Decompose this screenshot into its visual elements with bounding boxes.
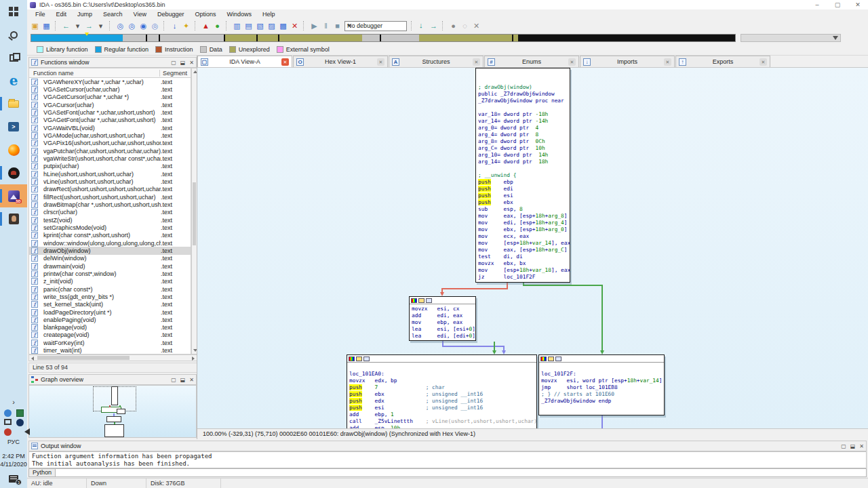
panel-dock-button[interactable]: ⬓ (850, 443, 856, 449)
function-row[interactable]: fwaitForKey(int).text (29, 339, 191, 346)
menu-file[interactable]: File (30, 9, 51, 19)
panel-close-button[interactable]: ✕ (189, 377, 194, 383)
panel-dock-button[interactable]: ⬓ (180, 377, 186, 383)
close-button[interactable]: ✕ (848, 0, 868, 9)
column-function-name[interactable]: Function name (29, 70, 159, 77)
breakpoint-list-button[interactable]: ● (448, 20, 459, 32)
menu-view[interactable]: View (128, 9, 152, 19)
language-indicator[interactable]: РУС (0, 439, 27, 445)
tab-imports[interactable]: ↓Imports✕ (580, 56, 675, 67)
jump-problem-button[interactable]: ◎ (149, 20, 161, 32)
python-prompt-button[interactable]: Python (28, 468, 56, 477)
tab-hex-view-1[interactable]: OHex View-1✕ (293, 56, 388, 67)
function-row[interactable]: fprintw(char const*,window).text (29, 270, 191, 277)
functions-horizontal-scrollbar[interactable] (28, 354, 197, 361)
function-row[interactable]: fVGAMode(uchar,ushort,ushort,uchar).text (29, 131, 191, 139)
restore-button[interactable]: ▢ (827, 0, 848, 9)
graph-view-canvas[interactable]: ; drawObj(window)public _Z7drawObj6windo… (197, 68, 868, 428)
breakpoint-add-button[interactable]: ◌ (459, 20, 471, 32)
function-row[interactable]: fVGASetCursor(uchar,uchar).text (29, 85, 191, 93)
breakpoint-del-button[interactable]: ✕ (471, 20, 482, 32)
block-color-icon[interactable] (540, 357, 547, 361)
run-analysis-button[interactable]: ● (212, 20, 223, 32)
function-row[interactable]: fclrscr(uchar).text (29, 209, 191, 216)
menu-jump[interactable]: Jump (72, 9, 98, 19)
function-row[interactable]: fdelWin(window).text (29, 255, 191, 262)
minimize-button[interactable]: – (807, 0, 827, 9)
tray-app-icon[interactable] (4, 428, 12, 436)
jump-name-button[interactable]: ◎ (115, 20, 126, 32)
menu-help[interactable]: Help (257, 9, 281, 19)
chart-xrefs-from-button[interactable]: ▨ (266, 20, 277, 32)
save-button[interactable]: ▦ (41, 20, 52, 32)
tray-app-icon[interactable] (4, 409, 12, 417)
cancel-button[interactable]: ✕ (289, 20, 300, 32)
menu-windows[interactable]: Windows (222, 9, 258, 19)
debug-pause-button[interactable]: ‖ (320, 20, 332, 32)
function-row[interactable]: fVGAWaitVBL(void).text (29, 124, 191, 131)
function-row[interactable]: fVGAWhereXY(uchar *,uchar *,uchar).text (29, 78, 191, 85)
action-center-icon[interactable]: 3 (9, 475, 18, 483)
explorer-icon[interactable] (0, 92, 27, 115)
jump-down-button[interactable]: ↓ (169, 20, 180, 32)
jump-segment-button[interactable]: ◎ (126, 20, 138, 32)
function-row[interactable]: fwrite_tss(gdt_entry_bits *).text (29, 293, 191, 300)
function-row[interactable]: fkprint(char const*,ushort,ushort).text (29, 232, 191, 239)
basic-block[interactable]: movzx esi, cxadd edi, eaxmov ebp, eaxlea… (409, 296, 476, 341)
chart-calls-button[interactable]: ▤ (243, 20, 254, 32)
debugger-select[interactable]: No debugger (344, 21, 407, 31)
tray-app-icon[interactable] (16, 409, 24, 417)
function-row[interactable]: fwindow::window(ulong,ulong,ulong,ulong,… (29, 239, 191, 247)
block-color-icon[interactable] (349, 357, 355, 361)
function-row[interactable]: fcreatepage(void).text (29, 331, 191, 339)
function-row[interactable]: fdrawBitmap(char *,ushort,ushort,ushort,… (29, 201, 191, 208)
ida-icon[interactable]: SD (0, 184, 27, 207)
tab-close-button[interactable]: ✕ (473, 58, 480, 66)
function-row[interactable]: ffillRect(ushort,ushort,ushort,ushort,uc… (29, 193, 191, 201)
debug-start-button[interactable]: ▶ (309, 20, 320, 32)
tray-display-icon[interactable] (4, 419, 12, 425)
tray-volume-icon[interactable] (24, 428, 30, 435)
function-row[interactable]: fsetGraphicsMode(void).text (29, 224, 191, 231)
chart-flow-button[interactable]: ▥ (231, 20, 243, 32)
basic-block-loc-101F2F[interactable]: loc_101F2F:movzx esi, word ptr [esp+18h+… (538, 354, 665, 415)
function-row[interactable]: fVGACursor(uchar).text (29, 101, 191, 108)
panel-close-button[interactable]: ✕ (189, 60, 194, 66)
output-log[interactable]: Function argument information has been p… (28, 451, 867, 468)
tray-app-icon[interactable] (16, 419, 24, 426)
function-row[interactable]: fVGAGetFont(uchar *,uchar,ushort,ushort)… (29, 117, 191, 124)
tray-expand-chevron[interactable]: › (0, 398, 27, 407)
clock-time[interactable]: 2:42 PM (0, 452, 27, 460)
basic-block-entry[interactable]: ; drawObj(window)public _Z7drawObj6windo… (475, 68, 570, 283)
forward-button[interactable]: → (83, 20, 95, 32)
back-button[interactable]: ← (60, 20, 72, 32)
tab-close-button[interactable]: ✕ (760, 58, 767, 66)
function-row[interactable]: fVGASetFont(uchar *,uchar,ushort,ushort)… (29, 108, 191, 116)
step-over-button[interactable]: → (428, 20, 439, 32)
menu-options[interactable]: Options (189, 9, 221, 19)
function-row[interactable]: fhLine(ushort,ushort,ushort,uchar).text (29, 170, 191, 178)
open-file-button[interactable]: ▣ (29, 20, 41, 32)
tab-enums[interactable]: #Enums✕ (484, 56, 579, 67)
menu-search[interactable]: Search (98, 9, 128, 19)
menu-debugger[interactable]: Debugger (152, 9, 190, 19)
tab-close-button[interactable]: ✕ (281, 58, 289, 66)
step-into-button[interactable]: → (416, 20, 428, 32)
tab-close-button[interactable]: ✕ (664, 58, 671, 66)
function-row[interactable]: fVGAPix16(ushort,ushort,uchar,ushort,ush… (29, 140, 191, 147)
panel-close-button[interactable]: ✕ (859, 443, 864, 449)
function-row[interactable]: fpanic(char const*).text (29, 285, 191, 293)
function-row[interactable]: fenablePaging(void).text (29, 316, 191, 323)
highlight-button[interactable]: ✦ (180, 20, 192, 32)
jump-address-button[interactable]: ◉ (138, 20, 149, 32)
block-color-icon[interactable] (411, 298, 417, 303)
python-command-input[interactable] (56, 468, 867, 477)
funnel-icon[interactable] (833, 36, 838, 40)
block-hex-icon[interactable] (426, 298, 432, 303)
back-drop-button[interactable]: ▾ (72, 20, 83, 32)
function-row[interactable]: ftimer_wait(int).text (29, 346, 191, 354)
panel-dock-button[interactable]: ⬓ (180, 60, 186, 66)
tab-structures[interactable]: AStructures✕ (389, 56, 484, 67)
portrait-app-icon[interactable] (0, 207, 27, 230)
column-segment[interactable]: Segment (159, 70, 191, 77)
